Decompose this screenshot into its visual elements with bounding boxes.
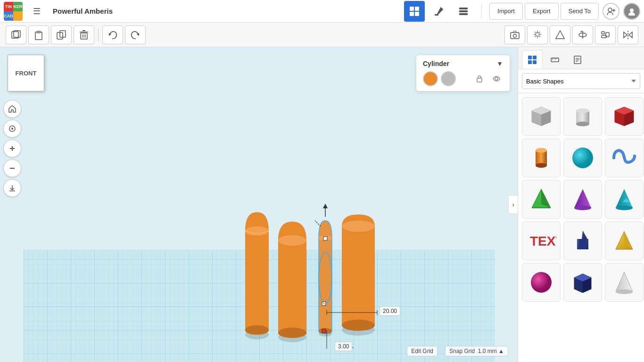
shape-cylinder-orange[interactable] bbox=[522, 139, 561, 177]
visibility-button[interactable] bbox=[490, 72, 503, 85]
redo-icon bbox=[130, 30, 140, 40]
svg-point-109 bbox=[572, 148, 593, 168]
tab-ruler[interactable] bbox=[545, 50, 565, 69]
shape-text-red[interactable]: TEXT bbox=[522, 222, 561, 260]
tab-grid[interactable] bbox=[522, 50, 543, 69]
shape-collapse-arrow[interactable]: ▼ bbox=[496, 60, 503, 67]
pyramid-green-icon bbox=[526, 184, 556, 214]
view-cube[interactable]: FRONT bbox=[8, 55, 45, 92]
tab-notes[interactable] bbox=[567, 50, 588, 69]
viewport-controls bbox=[0, 94, 25, 197]
camera-button[interactable] bbox=[504, 25, 525, 44]
shape-cone-purple[interactable] bbox=[563, 180, 602, 219]
pyramid-yellow-icon bbox=[609, 226, 639, 256]
nav-grid-view[interactable] bbox=[404, 1, 425, 22]
edit-grid-button[interactable]: Edit Grid bbox=[407, 346, 438, 356]
send-to-button[interactable]: Send To bbox=[561, 3, 599, 20]
panel-selector: Basic Shapes Letters & Numbers Connector… bbox=[518, 69, 644, 93]
shape-squiggle[interactable] bbox=[605, 139, 644, 177]
svg-rect-80 bbox=[477, 78, 482, 82]
copy-to-workplane-button[interactable] bbox=[6, 25, 26, 44]
box-red-icon bbox=[609, 101, 639, 132]
import-button[interactable]: Import bbox=[489, 3, 523, 20]
zoom-in-button[interactable] bbox=[3, 140, 21, 157]
box-gray-icon bbox=[526, 101, 556, 132]
shape-star-blue[interactable] bbox=[563, 222, 602, 260]
grid-view-icon bbox=[409, 6, 420, 16]
cone-teal-icon bbox=[609, 184, 639, 214]
solid-color-swatch[interactable] bbox=[423, 71, 438, 86]
svg-rect-0 bbox=[410, 7, 414, 11]
fit-view-button[interactable] bbox=[3, 120, 21, 138]
undo-button[interactable] bbox=[102, 25, 123, 44]
delete-icon bbox=[79, 30, 89, 40]
view-cube-face[interactable]: FRONT bbox=[8, 55, 44, 91]
topbar-sep bbox=[481, 5, 482, 18]
main-content: FRONT bbox=[0, 47, 644, 362]
svg-marker-49 bbox=[24, 250, 495, 362]
delete-button[interactable] bbox=[74, 25, 94, 44]
logo-ker: KER bbox=[13, 2, 23, 11]
panel-notes-icon bbox=[573, 55, 582, 65]
mirror-icon bbox=[623, 30, 633, 40]
nav-build-mode[interactable] bbox=[429, 1, 449, 22]
home-view-button[interactable] bbox=[3, 100, 21, 118]
shape-pyramid-yellow[interactable] bbox=[605, 222, 644, 260]
shape-cone-white[interactable] bbox=[605, 263, 644, 302]
svg-point-114 bbox=[574, 206, 591, 210]
light-button[interactable] bbox=[527, 25, 548, 44]
app-logo[interactable]: TIN KER CAD bbox=[4, 2, 23, 21]
shape-sphere-magenta[interactable] bbox=[522, 263, 561, 302]
zoom-out-button[interactable] bbox=[3, 159, 21, 177]
viewport[interactable]: FRONT bbox=[0, 47, 518, 362]
shapes-grid: TEXT bbox=[518, 93, 644, 362]
svg-rect-40 bbox=[602, 32, 604, 34]
shape-cone-teal[interactable] bbox=[605, 180, 644, 219]
shape-category-select[interactable]: Basic Shapes Letters & Numbers Connector… bbox=[522, 73, 640, 89]
shape-sphere-teal[interactable] bbox=[563, 139, 602, 177]
add-user-icon bbox=[606, 7, 616, 16]
add-user-button[interactable] bbox=[603, 3, 619, 20]
svg-point-108 bbox=[536, 163, 547, 168]
shape-cylinder-gray[interactable] bbox=[563, 97, 602, 136]
hole-color-swatch[interactable] bbox=[441, 71, 456, 86]
snap-grid-label: Snap Grid bbox=[449, 348, 475, 354]
shape-box-gray[interactable] bbox=[522, 97, 561, 136]
download-button[interactable] bbox=[3, 179, 21, 197]
nav-layers[interactable] bbox=[453, 1, 474, 22]
redo-button[interactable] bbox=[125, 25, 146, 44]
shape-box-red[interactable] bbox=[605, 97, 644, 136]
paste-button[interactable] bbox=[28, 25, 49, 44]
svg-rect-86 bbox=[551, 58, 559, 62]
svg-line-34 bbox=[539, 36, 540, 37]
svg-rect-85 bbox=[533, 60, 537, 64]
snap-grid-control[interactable]: Snap Grid 1.0 mm ▲ bbox=[445, 346, 508, 356]
svg-rect-4 bbox=[435, 14, 438, 16]
home-icon bbox=[8, 105, 17, 113]
shape-button[interactable] bbox=[550, 25, 570, 44]
cone-purple-icon bbox=[568, 184, 598, 214]
cylinder-orange-icon bbox=[526, 143, 556, 173]
menu-icon[interactable]: ☰ bbox=[26, 1, 47, 22]
export-button[interactable]: Export bbox=[525, 3, 559, 20]
user-icon bbox=[627, 7, 636, 16]
svg-marker-44 bbox=[624, 32, 627, 38]
svg-point-51 bbox=[11, 128, 13, 130]
shape-box-dark-blue[interactable] bbox=[563, 263, 602, 302]
sphere-teal-icon bbox=[568, 143, 598, 173]
shape-color-row bbox=[423, 71, 503, 86]
lock-button[interactable] bbox=[473, 72, 486, 85]
svg-point-8 bbox=[608, 8, 612, 12]
shape-pyramid-green[interactable] bbox=[522, 180, 561, 219]
user-avatar[interactable] bbox=[623, 3, 640, 20]
rotation-button[interactable] bbox=[572, 25, 593, 44]
svg-rect-2 bbox=[410, 12, 414, 16]
shape-props-header: Cylinder ▼ bbox=[423, 60, 503, 67]
sphere-magenta-icon bbox=[526, 267, 556, 297]
duplicate-button[interactable] bbox=[51, 25, 72, 44]
mirror-button[interactable] bbox=[618, 25, 638, 44]
panel-toggle-button[interactable]: › bbox=[508, 195, 518, 214]
align-button[interactable] bbox=[595, 25, 616, 44]
svg-line-36 bbox=[535, 36, 536, 37]
toolbar bbox=[0, 23, 644, 47]
